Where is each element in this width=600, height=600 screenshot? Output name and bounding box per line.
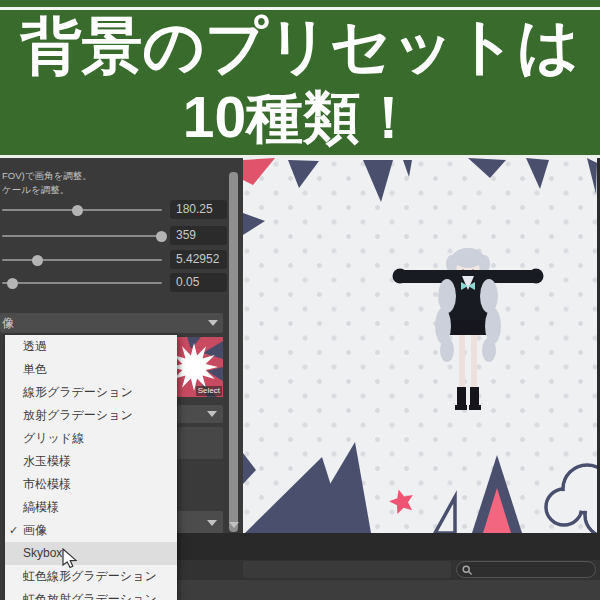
menu-item-polka-dot[interactable]: 水玉模様 [5,450,177,473]
character-model [393,248,544,410]
pink-triangle [243,158,275,185]
menu-item-rainbow-radial-gradient[interactable]: 虹色放射グラデーション [5,588,177,600]
search-input[interactable] [456,561,596,578]
fov-value-field[interactable]: 180.25 [170,200,227,219]
navy-triangle [403,160,412,177]
rotation-value-field[interactable]: 359 [170,226,227,245]
banner-title-line1: 背景のプリセットは [0,13,600,80]
navy-triangle [526,158,549,189]
search-icon [462,565,473,576]
scale-slider-thumb[interactable] [32,255,43,266]
panel-box [177,427,223,459]
mouse-cursor-icon [62,548,78,570]
offset-slider[interactable] [2,282,162,284]
checkmark-icon: ✓ [9,519,18,542]
scene-viewport [243,158,597,533]
menu-item-stripes[interactable]: 縞模様 [5,496,177,519]
toolbar-field[interactable] [243,561,451,578]
help-text-fov: FOV)で画角を調整。 [2,170,92,183]
navy-triangle [587,158,597,194]
secondary-dropdown[interactable] [177,405,223,423]
background-decorations [243,158,597,533]
cloud-outline [546,465,597,533]
background-type-dropdown[interactable]: 像 [0,313,223,333]
menu-item-checkered[interactable]: 市松模様 [5,473,177,496]
title-banner: 背景のプリセットは 10種類！ [0,0,600,155]
banner-top-line [0,7,600,10]
banner-title-line2: 10種類！ [0,88,600,148]
chevron-down-icon [208,320,218,326]
navy-triangle [363,160,393,202]
pink-star [389,489,413,514]
background-preset-menu: 透過 単色 線形グラデーション 放射グラデーション グリッド線 水玉模様 市松模… [5,335,177,600]
menu-item-linear-gradient[interactable]: 線形グラデーション [5,381,177,404]
navy-triangle [288,160,319,188]
scale-value-field[interactable]: 5.42952 [170,250,227,269]
select-button[interactable]: Select [196,386,222,396]
chevron-down-icon [207,520,217,526]
scale-slider[interactable] [2,259,162,261]
menu-item-transparent[interactable]: 透過 [5,335,177,358]
navy-triangle [468,158,506,178]
offset-slider-thumb[interactable] [7,278,18,289]
scroll-down-chevron-icon[interactable] [229,522,239,528]
app-window: FOV)で画角を調整。 ケールを調整。 180.25 359 5.42952 0… [0,158,600,600]
rotation-slider[interactable] [2,235,162,237]
background-image-thumbnail[interactable]: Select [177,337,223,397]
fov-slider-thumb[interactable] [72,205,83,216]
outline-triangle [435,497,455,533]
menu-item-solid-color[interactable]: 単色 [5,358,177,381]
menu-item-grid-lines[interactable]: グリッド線 [5,427,177,450]
background-type-label: 像 [2,313,14,333]
help-text-scale: ケールを調整。 [2,184,69,197]
bottom-status-bar [177,580,600,600]
menu-item-radial-gradient[interactable]: 放射グラデーション [5,404,177,427]
offset-value-field[interactable]: 0.05 [170,273,227,292]
fov-slider[interactable] [2,209,162,211]
chevron-down-icon [207,411,217,417]
navy-triangle [243,213,265,235]
menu-item-image[interactable]: ✓ 画像 [5,519,177,542]
tertiary-dropdown[interactable] [177,511,223,535]
navy-triangle [243,453,256,484]
menu-item-skybox[interactable]: Skybox [5,542,177,565]
rotation-slider-thumb[interactable] [156,231,167,242]
bottom-dark-bar [177,533,600,560]
panel-scrollbar[interactable] [229,172,238,532]
menu-item-rainbow-linear-gradient[interactable]: 虹色線形グラデーション [5,565,177,588]
menu-item-label: 画像 [23,523,47,537]
